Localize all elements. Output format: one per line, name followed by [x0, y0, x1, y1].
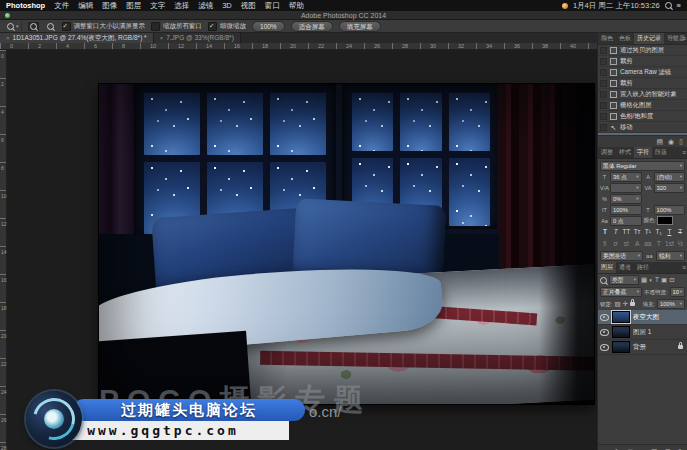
- document-image[interactable]: [99, 84, 594, 404]
- subscript-button[interactable]: T₁: [654, 227, 664, 237]
- antialias-select[interactable]: 锐利 ▾: [656, 251, 685, 261]
- menu-item-type[interactable]: 文字: [150, 1, 165, 11]
- menu-item-file[interactable]: 文件: [54, 1, 69, 11]
- ligatures-button[interactable]: fi: [600, 239, 610, 249]
- menu-item-help[interactable]: 帮助: [289, 1, 304, 11]
- faux-italic-button[interactable]: T: [611, 227, 621, 237]
- tool-preset-chip[interactable]: ▾: [5, 22, 22, 31]
- history-step[interactable]: 置入嵌入的智能对象: [598, 89, 687, 100]
- font-family-select[interactable]: 黑体 Regular ▾: [600, 161, 685, 171]
- tab-history[interactable]: 历史记录: [634, 33, 664, 44]
- lock-all-icon[interactable]: [630, 302, 635, 306]
- filter-adjustment-layers-icon[interactable]: ◐: [649, 276, 653, 284]
- filter-type-layers-icon[interactable]: T: [655, 276, 659, 284]
- panel-menu-icon[interactable]: ≡: [682, 33, 686, 44]
- visibility-eye-icon[interactable]: [600, 329, 609, 336]
- history-step[interactable]: 裁剪: [598, 78, 687, 89]
- tab-styles[interactable]: 样式: [616, 147, 634, 158]
- font-size-select[interactable]: 36 点 ▾: [610, 172, 642, 182]
- tab-paths[interactable]: 路径: [634, 262, 652, 273]
- text-color-swatch[interactable]: [657, 216, 673, 225]
- menu-item-window[interactable]: 窗口: [265, 1, 280, 11]
- history-step[interactable]: ↖ 移动: [598, 122, 687, 133]
- history-step[interactable]: 栅格化图层: [598, 100, 687, 111]
- tab-close-icon[interactable]: ×: [6, 33, 10, 43]
- menu-item-3d[interactable]: 3D: [222, 1, 232, 10]
- titling-alt-button[interactable]: A: [632, 239, 642, 249]
- menu-app-name[interactable]: Photoshop: [6, 1, 45, 10]
- ruler-horizontal-numbers[interactable]: 0246810121416182022242628303234363840: [0, 43, 597, 50]
- history-step[interactable]: 色相/饱和度: [598, 111, 687, 122]
- history-step[interactable]: 裁剪: [598, 56, 687, 67]
- kerning-select[interactable]: ▾: [610, 183, 642, 193]
- history-step[interactable]: 通过拷贝的图层: [598, 45, 687, 56]
- ruler-vertical-numbers[interactable]: 0246810121416182022242628: [0, 50, 7, 450]
- layer-thumbnail[interactable]: [612, 326, 630, 338]
- button-fill-screen[interactable]: 填充屏幕: [339, 21, 381, 32]
- tab-character[interactable]: 字符: [634, 147, 652, 158]
- visibility-eye-icon[interactable]: [600, 344, 609, 351]
- menubar-clock[interactable]: 1月4日 周二 上午10:53:26: [573, 1, 660, 11]
- horizontal-scale-field[interactable]: 100%: [654, 205, 686, 215]
- all-caps-button[interactable]: TT: [622, 227, 632, 237]
- menu-item-filter[interactable]: 滤镜: [198, 1, 213, 11]
- lock-transparency-icon[interactable]: ▨: [615, 300, 621, 308]
- small-caps-button[interactable]: Tт: [632, 227, 642, 237]
- swash-button[interactable]: σ: [611, 239, 621, 249]
- menu-item-layer[interactable]: 图层: [126, 1, 141, 11]
- strikethrough-button[interactable]: T: [675, 227, 685, 237]
- layer-thumbnail[interactable]: [612, 311, 630, 323]
- proportional-spacing-select[interactable]: 0% ▾: [610, 194, 642, 204]
- blend-mode-select[interactable]: 正片叠底 ▾: [600, 287, 642, 297]
- tab-swatches[interactable]: 色板: [616, 33, 634, 44]
- history-step[interactable]: Camera Raw 滤镜: [598, 67, 687, 78]
- menu-extra-icon[interactable]: [562, 3, 568, 9]
- filter-smart-objects-icon[interactable]: ⊡: [669, 276, 674, 284]
- faux-bold-button[interactable]: T: [600, 227, 610, 237]
- panel-menu-icon[interactable]: ≡: [682, 262, 686, 273]
- tab-adjustments[interactable]: 调整: [598, 147, 616, 158]
- layer-thumbnail[interactable]: [612, 341, 630, 353]
- underline-button[interactable]: T: [665, 227, 675, 237]
- vertical-scale-field[interactable]: 100%: [610, 205, 642, 215]
- superscript-button[interactable]: T¹: [643, 227, 653, 237]
- spotlight-icon[interactable]: [665, 2, 672, 9]
- checkbox-zoom-all-windows[interactable]: 缩放所有窗口: [151, 22, 202, 31]
- filter-pixel-layers-icon[interactable]: ▦: [641, 276, 647, 284]
- menu-item-view[interactable]: 视图: [241, 1, 256, 11]
- opacity-field[interactable]: 100% ▾: [670, 287, 685, 297]
- zoom-out-button[interactable]: [45, 22, 56, 31]
- baseline-shift-field[interactable]: 0 点: [610, 216, 642, 226]
- stylistic-alt-button[interactable]: st: [622, 239, 632, 249]
- tab-color[interactable]: 颜色: [598, 33, 616, 44]
- tab-close-icon[interactable]: ×: [160, 33, 164, 43]
- fractions-button[interactable]: ½: [675, 239, 685, 249]
- tracking-select[interactable]: 320 ▾: [654, 183, 686, 193]
- filter-shape-layers-icon[interactable]: ▣: [661, 276, 667, 284]
- contextual-alt-button[interactable]: aa: [643, 239, 653, 249]
- tab-channels[interactable]: 通道: [616, 262, 634, 273]
- new-snapshot-icon[interactable]: ◉: [668, 138, 674, 146]
- panel-menu-icon[interactable]: ≡: [682, 147, 686, 158]
- layer-list-empty-area[interactable]: [598, 355, 687, 444]
- swash-caps-button[interactable]: T: [654, 239, 664, 249]
- notification-center-icon[interactable]: ≡: [677, 1, 681, 10]
- language-select[interactable]: 美国英语 ▾: [600, 251, 643, 261]
- menu-item-image[interactable]: 图像: [102, 1, 117, 11]
- zoom-in-button[interactable]: [28, 22, 39, 31]
- menu-item-edit[interactable]: 编辑: [78, 1, 93, 11]
- visibility-eye-icon[interactable]: [600, 314, 609, 321]
- checkbox-resize-windows[interactable]: 调整窗口大小以满屏显示: [62, 22, 146, 31]
- fill-field[interactable]: 100% ▾: [657, 299, 685, 309]
- document-tab-1[interactable]: × 1D1A3051.JPG @ 27.4%(夜空大图, RGB/8*) *: [0, 33, 154, 43]
- menu-item-select[interactable]: 选择: [174, 1, 189, 11]
- checkbox-scrubby-zoom[interactable]: 细微缩放: [208, 22, 246, 31]
- layer-row-background[interactable]: 背景: [598, 340, 687, 355]
- new-document-from-state-icon[interactable]: ▤: [656, 138, 663, 146]
- leading-select[interactable]: (自动) ▾: [654, 172, 686, 182]
- button-100-percent[interactable]: 100%: [252, 21, 285, 32]
- button-fit-screen[interactable]: 适合屏幕: [291, 21, 333, 32]
- ordinals-button[interactable]: 1st: [665, 239, 675, 249]
- document-tab-2[interactable]: × 7.JPG @ 33%(RGB/8*): [154, 33, 241, 43]
- lock-position-icon[interactable]: ✛: [623, 300, 628, 308]
